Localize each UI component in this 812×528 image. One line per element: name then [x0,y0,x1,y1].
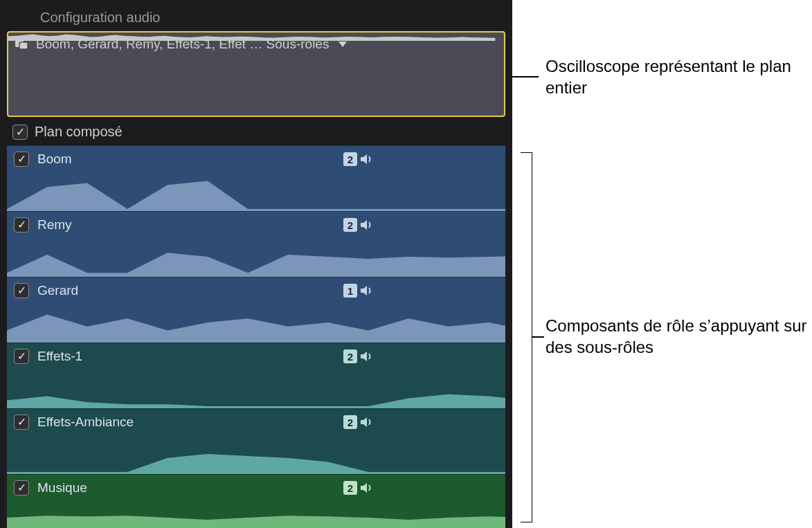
chevron-down-icon[interactable] [339,42,347,47]
speaker-icon [360,482,374,493]
track-row[interactable]: Effets-Ambiance 2 [7,408,505,474]
tracks-list: Boom 2 Remy 2 [7,145,505,528]
track-waveform [7,434,505,474]
track-row[interactable]: Boom 2 [7,145,505,211]
track-name: Boom [37,152,72,167]
speaker-icon [360,351,374,362]
track-name: Remy [37,217,72,233]
track-checkbox[interactable] [14,217,29,233]
callout-overview: Oscilloscope représentant le plan entier [545,55,812,98]
annotations: Oscilloscope représentant le plan entier… [512,0,812,528]
track-row[interactable]: Gerard 1 [7,277,505,343]
track-waveform [7,302,505,343]
speaker-icon [360,219,374,230]
speaker-icon [360,154,374,165]
channel-count: 2 [343,415,357,429]
channel-count: 2 [343,481,357,495]
clip-overview[interactable]: Boom, Gerard, Remy, Effets-1, Effet … So… [7,31,505,117]
audio-config-panel: Configuration audio Boom, Gerard, Remy, … [0,0,512,528]
track-waveform [7,500,505,528]
track-checkbox[interactable] [14,283,29,298]
channel-count: 2 [343,152,357,166]
bracket [521,152,532,522]
channel-config[interactable]: 2 [343,481,374,495]
channel-config[interactable]: 1 [343,284,374,298]
track-checkbox[interactable] [14,349,29,364]
track-checkbox[interactable] [14,415,29,430]
compound-checkbox[interactable] [12,125,28,140]
speaker-icon [360,285,374,296]
clip-summary: Boom, Gerard, Remy, Effets-1, Effet … So… [36,37,329,52]
track-name: Gerard [37,283,78,298]
track-name: Musique [37,480,87,495]
callout-line [511,76,539,78]
channel-count: 2 [343,349,357,363]
compound-clip-toggle-row: Plan composé [7,117,505,145]
track-row[interactable]: Musique 2 [7,474,505,528]
channel-config[interactable]: 2 [343,349,374,363]
channel-count: 2 [343,218,357,232]
track-waveform [7,171,505,211]
track-checkbox[interactable] [14,152,29,167]
track-waveform [7,237,505,277]
track-checkbox[interactable] [14,480,29,495]
svg-rect-1 [19,42,28,49]
track-row[interactable]: Remy 2 [7,211,505,277]
channel-config[interactable]: 2 [343,218,374,232]
speaker-icon [360,417,374,428]
section-title: Configuration audio [7,7,505,31]
channel-config[interactable]: 2 [343,152,374,166]
callout-tracks: Composants de rôle s’appuyant sur des so… [545,315,812,358]
compound-clip-icon [15,39,29,50]
track-name: Effets-1 [37,349,82,364]
callout-line-2 [532,336,544,338]
compound-label: Plan composé [35,124,123,140]
channel-count: 1 [343,284,357,298]
channel-config[interactable]: 2 [343,415,374,429]
track-name: Effets-Ambiance [37,415,134,430]
track-row[interactable]: Effets-1 2 [7,343,505,408]
track-waveform [7,368,505,408]
